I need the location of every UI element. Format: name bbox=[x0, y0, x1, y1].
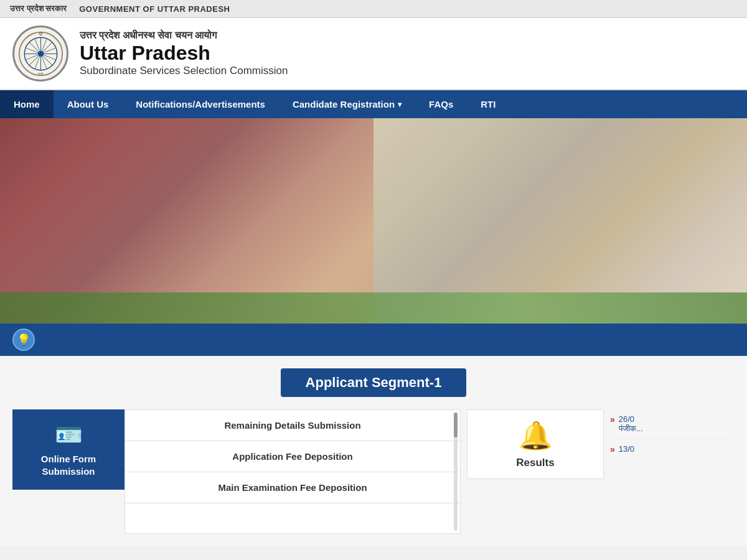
segment-title-area: Applicant Segment-1 bbox=[0, 356, 747, 409]
info-bar: 💡 bbox=[0, 324, 747, 356]
main-nav: Home About Us Notifications/Advertisemen… bbox=[0, 90, 747, 118]
online-form-submission[interactable]: 🪪 Online FormSubmission bbox=[12, 409, 125, 490]
header-text-block: उत्तर प्रदेश अधीनस्थ सेवा चयन आयोग Uttar… bbox=[80, 30, 735, 77]
nav-home[interactable]: Home bbox=[0, 90, 54, 118]
arrow-icon-1: » bbox=[610, 414, 615, 424]
nav-notifications[interactable]: Notifications/Advertisements bbox=[122, 90, 279, 118]
org-hindi-name: उत्तर प्रदेश अधीनस्थ सेवा चयन आयोग bbox=[80, 30, 735, 41]
logo: ⚙ उ.प्र. bbox=[12, 26, 68, 82]
scrollbar[interactable] bbox=[454, 413, 458, 531]
notif-item-2[interactable]: » 13/0 bbox=[610, 439, 735, 460]
nav-faqs[interactable]: FAQs bbox=[415, 90, 467, 118]
bell-icon: 🔔 bbox=[519, 419, 553, 452]
results-label: Results bbox=[516, 457, 554, 469]
org-subtitle: Subordinate Services Selection Commissio… bbox=[80, 65, 735, 77]
arrow-icon-2: » bbox=[610, 444, 615, 454]
segment-title-box: Applicant Segment-1 bbox=[281, 368, 467, 397]
notifications-panel: » 26/0पंजीक... » 13/0 bbox=[610, 409, 735, 460]
notif-item-1[interactable]: » 26/0पंजीक... bbox=[610, 409, 735, 439]
gov-hindi-text: उत्तर प्रदेश सरकार bbox=[10, 4, 67, 14]
scrollbar-thumb[interactable] bbox=[454, 413, 458, 437]
svg-text:⚙: ⚙ bbox=[39, 30, 43, 36]
main-content: Applicant Segment-1 🪪 Online FormSubmiss… bbox=[0, 356, 747, 546]
notif-text-2: 13/0 bbox=[619, 444, 634, 454]
nav-rti[interactable]: RTI bbox=[467, 90, 509, 118]
org-title: Uttar Pradesh bbox=[80, 42, 735, 64]
site-header: ⚙ उ.प्र. उत्तर प्रदेश अधीनस्थ सेवा चयन आ… bbox=[0, 18, 747, 90]
notif-text-1: 26/0पंजीक... bbox=[619, 414, 643, 434]
nav-candidate-registration[interactable]: Candidate Registration ▾ bbox=[279, 90, 415, 118]
chevron-down-icon: ▾ bbox=[398, 100, 402, 109]
gov-bar: उत्तर प्रदेश सरकार GOVERNMENT OF UTTAR P… bbox=[0, 0, 747, 18]
content-grid: 🪪 Online FormSubmission Remaining Detail… bbox=[0, 409, 747, 546]
bulb-icon[interactable]: 💡 bbox=[12, 329, 35, 351]
step-main-exam-fee[interactable]: Main Examination Fee Deposition bbox=[125, 472, 460, 503]
nav-about-us[interactable]: About Us bbox=[54, 90, 123, 118]
results-panel: 🔔 Results bbox=[467, 409, 604, 479]
left-panel: 🪪 Online FormSubmission bbox=[12, 409, 125, 490]
steps-list: Remaining Details Submission Application… bbox=[125, 410, 460, 503]
step-remaining-details[interactable]: Remaining Details Submission bbox=[125, 410, 460, 441]
form-submission-label: Online FormSubmission bbox=[41, 453, 96, 477]
gov-english-text: GOVERNMENT OF UTTAR PRADESH bbox=[79, 4, 230, 14]
step-application-fee[interactable]: Application Fee Deposition bbox=[125, 441, 460, 472]
steps-panel: Remaining Details Submission Application… bbox=[125, 409, 461, 534]
hero-banner bbox=[0, 118, 747, 324]
id-card-icon: 🪪 bbox=[55, 422, 83, 448]
